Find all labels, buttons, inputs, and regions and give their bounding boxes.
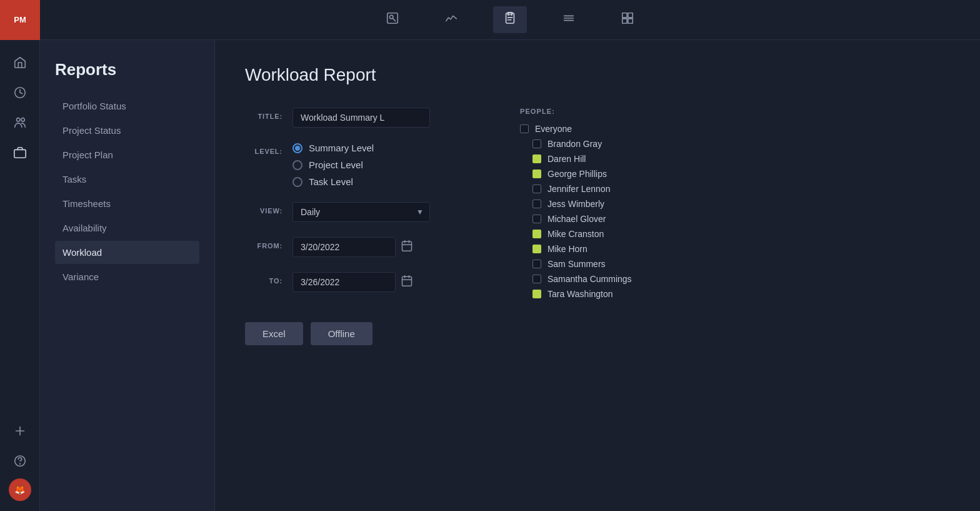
person-name: Daren Hill — [548, 154, 586, 164]
person-item-sam-summers[interactable]: Sam Summers — [520, 259, 695, 269]
reports-nav-item-project-status[interactable]: Project Status — [55, 119, 199, 142]
radio-task-label: Task Level — [309, 176, 353, 187]
reports-nav-item-portfolio-status[interactable]: Portfolio Status — [55, 94, 199, 118]
offline-button[interactable]: Offline — [311, 322, 372, 345]
top-nav-icons — [40, 6, 980, 33]
radio-task-circle — [292, 177, 302, 187]
svg-rect-15 — [628, 19, 632, 23]
person-name: Everyone — [535, 124, 572, 134]
reports-nav-item-availability[interactable]: Availability — [55, 216, 199, 240]
svg-rect-24 — [402, 241, 412, 251]
from-calendar-icon[interactable] — [401, 240, 413, 255]
person-checkbox[interactable] — [532, 215, 541, 223]
people-list: EveryoneBrandon GrayDaren HillGeorge Phi… — [520, 124, 695, 299]
person-item-everyone[interactable]: Everyone — [520, 124, 695, 134]
person-item-brandon-gray[interactable]: Brandon Gray — [520, 139, 695, 149]
person-checkbox[interactable] — [520, 124, 529, 133]
radio-project-circle — [292, 160, 302, 170]
sidebar-item-people[interactable] — [8, 110, 32, 135]
person-color-dot — [532, 230, 541, 238]
person-name: Tara Washington — [548, 289, 613, 299]
analytics-icon[interactable] — [434, 6, 468, 33]
layout-icon[interactable] — [611, 6, 644, 33]
left-sidebar: 🦊 — [0, 40, 40, 511]
person-item-tara-washington[interactable]: Tara Washington — [520, 289, 695, 299]
view-select[interactable]: Daily Weekly Monthly — [292, 202, 430, 222]
person-name: Samantha Cummings — [548, 274, 632, 284]
person-item-george-phillips[interactable]: George Phillips — [520, 169, 695, 179]
sidebar-item-history[interactable] — [8, 80, 32, 105]
person-checkbox[interactable] — [532, 260, 541, 268]
to-calendar-icon[interactable] — [401, 275, 413, 290]
person-name: Michael Glover — [548, 214, 606, 224]
minus-rows-icon[interactable] — [552, 6, 586, 33]
person-name: Jennifer Lennon — [548, 184, 610, 194]
to-field — [292, 272, 470, 292]
level-label: LEVEL: — [245, 143, 282, 155]
to-label: TO: — [245, 272, 282, 285]
radio-project[interactable]: Project Level — [292, 159, 470, 170]
person-item-jennifer-lennon[interactable]: Jennifer Lennon — [520, 184, 695, 194]
clipboard-icon[interactable] — [493, 6, 527, 33]
title-input[interactable] — [292, 108, 430, 128]
person-checkbox[interactable] — [532, 185, 541, 193]
from-date-input[interactable] — [292, 237, 396, 257]
radio-task[interactable]: Task Level — [292, 176, 470, 187]
person-item-jess-wimberly[interactable]: Jess Wimberly — [520, 199, 695, 209]
view-field: Daily Weekly Monthly ▼ — [292, 202, 470, 222]
view-label: VIEW: — [245, 202, 282, 215]
sidebar-item-portfolio[interactable] — [8, 140, 32, 165]
person-name: Jess Wimberly — [548, 199, 604, 209]
level-row: LEVEL: Summary Level Project Level — [245, 143, 470, 187]
form-right: PEOPLE: EveryoneBrandon GrayDaren HillGe… — [520, 108, 695, 299]
reports-nav-list: Portfolio StatusProject StatusProject Pl… — [55, 94, 199, 288]
form-left: TITLE: LEVEL: Summary Level — [245, 108, 470, 345]
view-select-wrapper: Daily Weekly Monthly ▼ — [292, 202, 430, 222]
person-item-mike-cranston[interactable]: Mike Cranston — [520, 229, 695, 239]
to-date-input[interactable] — [292, 272, 396, 292]
reports-nav-item-timesheets[interactable]: Timesheets — [55, 192, 199, 215]
reports-nav-item-workload[interactable]: Workload — [55, 241, 199, 264]
avatar[interactable]: 🦊 — [9, 478, 31, 501]
radio-summary-label: Summary Level — [309, 143, 374, 153]
person-item-michael-glover[interactable]: Michael Glover — [520, 214, 695, 224]
person-item-samantha-cummings[interactable]: Samantha Cummings — [520, 274, 695, 284]
from-row: FROM: — [245, 237, 470, 257]
person-color-dot — [532, 169, 541, 178]
page-title: Workload Report — [245, 65, 950, 85]
app-logo[interactable]: PM — [0, 0, 40, 40]
person-item-mike-horn[interactable]: Mike Horn — [520, 244, 695, 254]
view-row: VIEW: Daily Weekly Monthly ▼ — [245, 202, 470, 222]
reports-title: Reports — [55, 60, 199, 79]
svg-rect-19 — [14, 149, 25, 158]
person-name: Mike Horn — [548, 244, 588, 254]
person-item-daren-hill[interactable]: Daren Hill — [520, 154, 695, 164]
person-color-dot — [532, 290, 541, 298]
search-report-icon[interactable] — [376, 6, 409, 33]
sidebar-item-home[interactable] — [8, 50, 32, 75]
reports-nav-item-tasks[interactable]: Tasks — [55, 168, 199, 191]
level-field: Summary Level Project Level Task Level — [292, 143, 470, 187]
radio-summary[interactable]: Summary Level — [292, 143, 470, 153]
person-name: Sam Summers — [548, 259, 606, 269]
person-name: George Phillips — [548, 169, 607, 179]
svg-point-17 — [16, 118, 20, 122]
reports-nav-item-variance[interactable]: Variance — [55, 265, 199, 288]
person-name: Mike Cranston — [548, 229, 604, 239]
help-icon[interactable] — [8, 448, 32, 473]
person-checkbox[interactable] — [532, 275, 541, 283]
title-row: TITLE: — [245, 108, 470, 128]
excel-button[interactable]: Excel — [245, 322, 303, 345]
svg-point-23 — [19, 463, 20, 464]
main-layout: 🦊 Reports Portfolio StatusProject Status… — [0, 40, 980, 511]
sidebar-bottom: 🦊 — [8, 418, 32, 511]
add-icon[interactable] — [8, 418, 32, 443]
radio-project-label: Project Level — [309, 159, 363, 170]
svg-line-2 — [393, 19, 396, 21]
person-checkbox[interactable] — [532, 139, 541, 148]
title-label: TITLE: — [245, 108, 282, 120]
top-nav: PM — [0, 0, 980, 40]
svg-rect-12 — [622, 13, 627, 18]
person-checkbox[interactable] — [532, 200, 541, 208]
reports-nav-item-project-plan[interactable]: Project Plan — [55, 143, 199, 166]
